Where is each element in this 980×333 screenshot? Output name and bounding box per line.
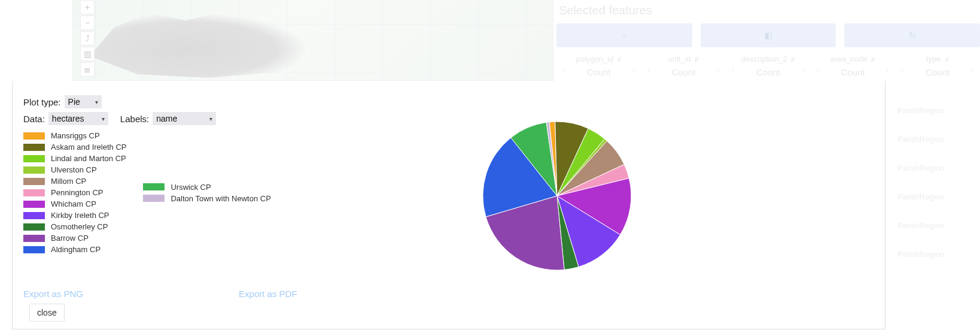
legend-swatch: [23, 212, 45, 219]
legend-column-2: Urswick CPDalton Town with Newton CP: [143, 131, 270, 254]
legend-column-1: Mansriggs CPAskam and Ireleth CPLindal a…: [23, 131, 126, 254]
data-labels-row: Data: hectares ▾ Labels: name ▾: [23, 112, 874, 125]
legend-swatch: [23, 166, 45, 174]
feature-button-3[interactable]: ↻: [844, 23, 980, 47]
legend-label: Dalton Town with Newton CP: [171, 194, 270, 203]
feature-button-2[interactable]: ◧: [701, 23, 836, 47]
legend-swatch: [23, 144, 45, 151]
export-png-link[interactable]: Export as PNG: [23, 289, 83, 299]
chevron-down-icon: ▾: [102, 116, 105, 122]
legend-label: Mansriggs CP: [51, 131, 100, 140]
legend-item[interactable]: Aldingham CP: [23, 245, 126, 254]
legend-item[interactable]: Lindal and Marton CP: [23, 154, 126, 163]
legend-label: Lindal and Marton CP: [51, 154, 126, 163]
legend-item[interactable]: Ulverston CP: [23, 165, 126, 174]
chart-legend: Mansriggs CPAskam and Ireleth CPLindal a…: [23, 131, 874, 254]
legend-swatch: [23, 178, 45, 185]
legend-swatch: [23, 235, 45, 242]
table-row[interactable]: ParishRegion: [897, 154, 980, 183]
plot-type-label: Plot type:: [23, 97, 61, 107]
legend-label: Osmotherley CP: [51, 222, 108, 231]
map-legend[interactable]: ≣: [80, 62, 95, 77]
legend-label: Barrow CP: [51, 234, 89, 243]
map-background: [72, 0, 554, 81]
plot-type-row: Plot type: Pie ▾: [23, 95, 874, 108]
map-layers[interactable]: ▥: [80, 47, 95, 61]
legend-swatch: [23, 155, 45, 162]
map-controls: + − ⤴ ▥ ≣: [80, 0, 95, 78]
chevron-down-icon: ▾: [209, 116, 212, 122]
table-agg-cell[interactable]: ˅Count˅: [556, 66, 641, 78]
plot-type-select[interactable]: Pie ▾: [65, 95, 102, 108]
table-row[interactable]: ParishRegion: [897, 183, 980, 211]
map-selection-shape: [90, 6, 329, 78]
table-row[interactable]: ParishRegion: [897, 240, 980, 269]
legend-swatch: [23, 132, 45, 140]
table-agg-cell[interactable]: ˅Count˅: [641, 66, 726, 78]
labels-field-select[interactable]: name ▾: [153, 112, 216, 125]
legend-swatch: [23, 223, 45, 231]
legend-swatch: [23, 201, 45, 208]
legend-item[interactable]: Urswick CP: [143, 183, 270, 192]
feature-button-row: ▫ ◧ ↻: [556, 23, 980, 47]
legend-label: Urswick CP: [171, 183, 211, 192]
selected-features-title: Selected features: [556, 0, 980, 21]
map-export[interactable]: ⤴: [80, 31, 95, 46]
legend-item[interactable]: Mansriggs CP: [23, 131, 126, 140]
table-column-header[interactable]: description_2 ⇵: [726, 52, 811, 66]
legend-swatch: [143, 183, 165, 190]
chart-modal: Plot type: Pie ▾ Data: hectares ▾ Labels…: [12, 81, 885, 329]
legend-item[interactable]: Askam and Ireleth CP: [23, 143, 126, 152]
legend-swatch: [23, 189, 45, 196]
legend-label: Kirkby Ireleth CP: [51, 211, 109, 220]
labels-field-value: name: [156, 114, 177, 123]
map-zoom-in[interactable]: +: [80, 0, 95, 14]
table-row[interactable]: ParishRegion: [897, 125, 980, 154]
map-roads-overlay: [72, 0, 554, 81]
data-field-value: hectares: [52, 114, 84, 123]
feature-button-1[interactable]: ▫: [556, 23, 692, 47]
table-column-header[interactable]: area_code ⇵: [811, 52, 896, 66]
table-column-header[interactable]: type ⇵: [895, 52, 980, 66]
legend-item[interactable]: Whicham CP: [23, 199, 126, 208]
legend-item[interactable]: Barrow CP: [23, 234, 126, 243]
table-agg-cell[interactable]: ˅Count˅: [811, 66, 896, 78]
legend-label: Ulverston CP: [51, 165, 97, 174]
legend-item[interactable]: Dalton Town with Newton CP: [143, 194, 270, 203]
legend-item[interactable]: Pennington CP: [23, 188, 126, 197]
table-agg-cell[interactable]: ˅Count˅: [726, 66, 811, 78]
close-button[interactable]: close: [29, 304, 65, 322]
export-pdf-link[interactable]: Export as PDF: [239, 289, 297, 299]
legend-label: Pennington CP: [51, 188, 103, 197]
data-field-select[interactable]: hectares ▾: [48, 112, 108, 125]
legend-label: Aldingham CP: [51, 245, 101, 254]
map-zoom-out[interactable]: −: [80, 16, 95, 30]
table-column-header[interactable]: unit_id ⇵: [641, 52, 726, 66]
labels-label: Labels:: [120, 114, 149, 124]
chevron-down-icon: ▾: [95, 99, 98, 105]
legend-swatch: [23, 246, 45, 253]
table-header-row: polygon_id ⇵unit_id ⇵description_2 ⇵area…: [556, 52, 980, 66]
table-agg-row: ˅Count˅˅Count˅˅Count˅˅Count˅˅Count˅: [556, 66, 980, 78]
legend-label: Millom CP: [51, 177, 86, 186]
table-agg-cell[interactable]: ˅Count˅: [895, 66, 980, 78]
legend-label: Askam and Ireleth CP: [51, 143, 126, 152]
legend-item[interactable]: Kirkby Ireleth CP: [23, 211, 126, 220]
legend-item[interactable]: Millom CP: [23, 177, 126, 186]
table-column-header[interactable]: polygon_id ⇵: [556, 52, 641, 66]
legend-item[interactable]: Osmotherley CP: [23, 222, 126, 231]
pie-chart: [479, 118, 635, 274]
export-row: Export as PNG Export as PDF: [23, 289, 382, 299]
data-label: Data:: [23, 114, 45, 124]
table-row[interactable]: ParishRegion: [897, 211, 980, 240]
legend-swatch: [143, 195, 165, 202]
plot-type-value: Pie: [68, 97, 80, 107]
legend-label: Whicham CP: [51, 199, 96, 208]
table-row[interactable]: ParishRegion: [897, 96, 980, 125]
